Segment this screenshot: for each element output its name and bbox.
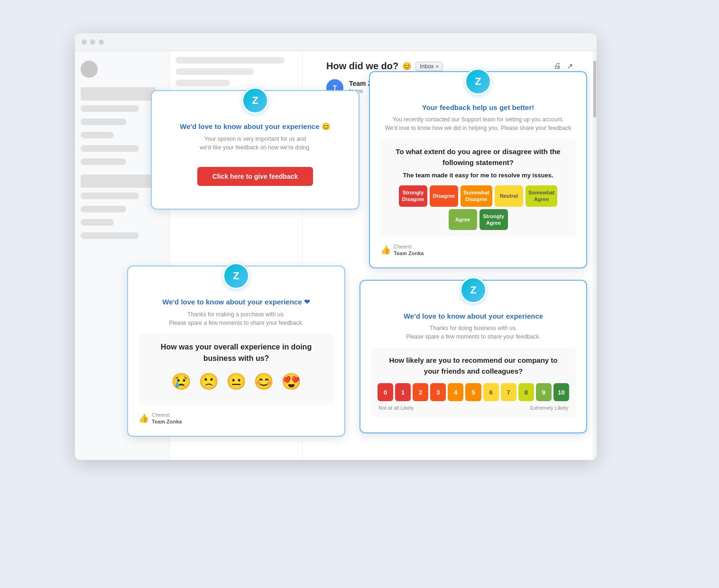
sidebar-item xyxy=(81,193,139,199)
email-list-item xyxy=(175,68,254,75)
sidebar-button xyxy=(81,175,156,188)
print-icon[interactable]: 🖨 xyxy=(553,62,561,71)
emoji-neutral[interactable]: 😐 xyxy=(226,372,246,391)
agree-btn-agree[interactable]: Agree xyxy=(449,209,477,230)
sidebar-item xyxy=(81,206,126,212)
nps-btn-1[interactable]: 1 xyxy=(395,383,411,401)
agree-btn-neutral[interactable]: Neutral xyxy=(495,185,523,207)
nps-btn-8[interactable]: 8 xyxy=(518,383,534,401)
sidebar-item xyxy=(81,219,114,226)
nps-btn-4[interactable]: 4 xyxy=(448,383,463,401)
emoji-very-bad[interactable]: 😢 xyxy=(171,372,191,391)
email-subject: How did we do? xyxy=(326,61,398,72)
card-3-title: We'd love to know about your experience … xyxy=(138,298,334,306)
email-list-item xyxy=(175,80,230,86)
nps-btn-6[interactable]: 6 xyxy=(483,383,499,401)
agree-btn-strongly-agree[interactable]: StronglyAgree xyxy=(479,209,508,230)
gmail-scrollbar[interactable] xyxy=(593,51,597,459)
sidebar-item xyxy=(81,145,139,152)
card-1-header: Z xyxy=(162,101,348,115)
emoji-very-good[interactable]: 😍 xyxy=(281,372,301,391)
sidebar-item xyxy=(81,158,126,165)
email-list-item xyxy=(175,57,285,64)
survey-card-2: Z Your feedback help us get better! You … xyxy=(369,71,587,268)
sidebar-item xyxy=(81,105,139,112)
card-4-subtitle: Thanks for doing business with us. Pleas… xyxy=(371,324,576,341)
zonka-logo-1: Z xyxy=(242,87,268,114)
card-3-subtitle: Thanks for making a purchase with us. Pl… xyxy=(138,310,334,327)
agree-btn-strongly-disagree[interactable]: StronglyDisagree xyxy=(399,185,427,207)
email-subject-line: How did we do? 😊 Inbox × 🖨 ↗ xyxy=(317,61,582,72)
card-1-subtitle: Your opinion is very important for us an… xyxy=(162,135,348,152)
zonka-logo-2: Z xyxy=(465,68,491,95)
emoji-good[interactable]: 😊 xyxy=(254,372,274,391)
thumbs-up-icon: 👍 xyxy=(380,245,391,255)
external-icon[interactable]: ↗ xyxy=(567,62,573,71)
survey-card-1: Z We'd love to know about your experienc… xyxy=(151,90,360,210)
cheers-text-3: Cheers! Team Zonka xyxy=(152,412,182,425)
survey-card-4: Z We'd love to know about your experienc… xyxy=(360,280,587,433)
nps-btn-10[interactable]: 10 xyxy=(553,383,569,401)
survey-card-3: Z We'd love to know about your experienc… xyxy=(127,266,345,437)
sidebar-button xyxy=(81,87,156,101)
sidebar-item xyxy=(81,132,114,138)
card-1-title: We'd love to know about your experience … xyxy=(162,122,348,131)
gmail-actions: 🖨 ↗ xyxy=(553,62,573,71)
nps-label-right: Extremely Likely xyxy=(530,405,568,411)
thumbs-up-icon-3: 👍 xyxy=(138,413,149,423)
card-2-header-title: Your feedback help us get better! xyxy=(380,103,576,111)
nps-btn-5[interactable]: 5 xyxy=(465,383,481,401)
subject-emoji: 😊 xyxy=(402,62,412,71)
scrollbar-thumb xyxy=(593,61,596,118)
nps-btn-3[interactable]: 3 xyxy=(430,383,446,401)
nps-btn-9[interactable]: 9 xyxy=(536,383,552,401)
inbox-badge[interactable]: Inbox × xyxy=(415,62,443,71)
agree-btn-somewhat-disagree[interactable]: SomewhatDisagree xyxy=(461,185,492,207)
gmail-titlebar xyxy=(75,33,597,51)
sidebar-avatar xyxy=(81,61,98,78)
nps-question: How likely are you to recommend our comp… xyxy=(378,355,569,377)
card-4-header: Z xyxy=(371,290,576,304)
card-3-footer: 👍 Cheers! Team Zonka xyxy=(138,412,334,425)
nps-btn-7[interactable]: 7 xyxy=(501,383,516,401)
badge-close[interactable]: × xyxy=(436,64,439,69)
nps-label-left: Not at all Likely xyxy=(378,405,414,411)
agree-btn-somewhat-agree[interactable]: SomewhatAgree xyxy=(525,185,557,207)
nps-scale: 0 1 2 3 4 5 6 7 8 9 10 xyxy=(378,383,569,401)
emoji-question: How was your overall experience in doing… xyxy=(145,341,327,364)
agreement-buttons: StronglyDisagree Disagree SomewhatDisagr… xyxy=(387,185,569,230)
titlebar-dot-red xyxy=(82,39,87,45)
card-3-header: Z xyxy=(138,276,334,290)
titlebar-dot-yellow xyxy=(90,39,95,45)
nps-btn-2[interactable]: 2 xyxy=(413,383,428,401)
agreement-statement: The team made it easy for me to resolve … xyxy=(387,172,569,179)
sidebar-item xyxy=(81,232,139,239)
emoji-bad[interactable]: 🙁 xyxy=(199,372,219,391)
emoji-scale: 😢 🙁 😐 😊 😍 xyxy=(145,372,327,391)
card-4-title: We'd love to know about your experience xyxy=(371,312,576,320)
card-2-header: Z xyxy=(380,82,576,96)
zonka-logo-4: Z xyxy=(460,277,487,303)
cheers-text: Cheers! Team Zonka xyxy=(394,243,424,257)
card-2-footer: 👍 Cheers! Team Zonka xyxy=(380,243,576,257)
nps-btn-0[interactable]: 0 xyxy=(378,383,393,401)
agree-btn-disagree[interactable]: Disagree xyxy=(430,185,458,207)
agreement-question: To what extent do you agree or disagree … xyxy=(387,147,569,168)
nps-labels: Not at all Likely Extremely Likely xyxy=(378,405,569,411)
sidebar-item xyxy=(81,119,126,125)
card-2-subtitle: You recently contacted our Support team … xyxy=(380,115,576,132)
zonka-logo-3: Z xyxy=(223,263,249,289)
titlebar-dot-green xyxy=(99,39,104,45)
feedback-cta-button[interactable]: Click here to give feedback xyxy=(197,167,313,186)
